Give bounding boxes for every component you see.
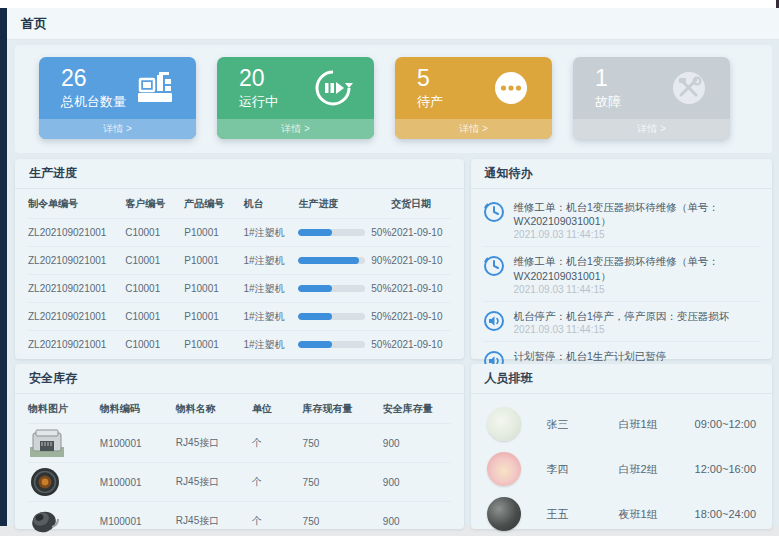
notification-item[interactable]: 维修工单：机台1变压器损坏待维修（单号：WX202109031001） 2021…	[483, 247, 760, 301]
material-code: M100001	[100, 424, 176, 463]
notification-time: 2021.09.03 11:44:15	[514, 324, 730, 335]
progress-percent: 90%	[371, 255, 391, 266]
table-row[interactable]: M100001 RJ45接口 个 750 900	[28, 463, 451, 502]
progress-cell: 50%	[298, 303, 391, 331]
card-detail-link[interactable]: 详情 >	[217, 119, 374, 139]
production-progress-panel: 生产进度 制令单编号 客户编号 产品编号 机台 生产进度	[15, 159, 464, 359]
card-label: 运行中	[239, 93, 278, 111]
table-header-row: 制令单编号 客户编号 产品编号 机台 生产进度 交货日期	[28, 189, 451, 219]
customer-no: C10001	[125, 247, 184, 275]
progress-bar	[298, 285, 365, 292]
stock-safety: 900	[383, 502, 451, 536]
staff-name: 张三	[547, 417, 619, 432]
material-code: M100001	[100, 463, 176, 502]
card-detail-link[interactable]: 详情 >	[573, 119, 730, 139]
table-row[interactable]: ZL202109021001 C10001 P10001 1#注塑机 90% 2…	[28, 247, 451, 275]
card-detail-link[interactable]: 详情 >	[39, 119, 196, 139]
table-row[interactable]: M100001 RJ45接口 个 750 900	[28, 424, 451, 463]
material-name: RJ45接口	[176, 424, 252, 463]
notification-text: 维修工单：机台1变压器损坏待维修（单号：WX202109031001）	[514, 254, 760, 282]
column-header: 库存现有量	[303, 394, 383, 424]
stock-safety: 900	[383, 424, 451, 463]
stock-safety: 900	[383, 463, 451, 502]
material-image-cell	[28, 424, 100, 463]
progress-percent: 50%	[371, 339, 391, 350]
card-body: 20 运行中	[217, 57, 374, 119]
staff-shift: 白班1组	[619, 417, 695, 432]
order-no: ZL202109021001	[28, 331, 125, 359]
material-unit: 个	[252, 502, 303, 536]
stock-current: 750	[303, 502, 383, 536]
schedule-row[interactable]: 李四 白班2组 12:00~16:00	[487, 447, 756, 491]
card-text: 26 总机台数量	[61, 65, 126, 111]
clock-icon	[483, 255, 505, 277]
card-value: 1	[595, 65, 621, 91]
speaker-icon	[483, 310, 505, 332]
card-value: 5	[417, 65, 443, 91]
running-icon	[312, 67, 354, 109]
product-no: P10001	[184, 275, 243, 303]
left-column: 生产进度 制令单编号 客户编号 产品编号 机台 生产进度	[15, 159, 464, 529]
table-row[interactable]: ZL202109021001 C10001 P10001 1#注塑机 50% 2…	[28, 331, 451, 359]
table-row[interactable]: ZL202109021001 C10001 P10001 1#注塑机 50% 2…	[28, 219, 451, 247]
main-area: 26 总机台数量 详情 >	[7, 40, 779, 529]
column-header: 单位	[252, 394, 303, 424]
table-row[interactable]: ZL202109021001 C10001 P10001 1#注塑机 50% 2…	[28, 303, 451, 331]
column-header: 安全库存量	[383, 394, 451, 424]
material-unit: 个	[252, 424, 303, 463]
pending-icon	[490, 67, 532, 109]
material-name: RJ45接口	[176, 463, 252, 502]
notification-item[interactable]: 机台停产：机台1停产，停产原因：变压器损坏 2021.09.03 11:44:1…	[483, 302, 760, 342]
notification-body: 维修工单：机台1变压器损坏待维修（单号：WX202109031001） 2021…	[514, 200, 760, 240]
card-detail-link[interactable]: 详情 >	[395, 119, 552, 139]
panel-title: 生产进度	[15, 159, 464, 189]
schedule-row[interactable]: 王五 夜班1组 18:00~24:00	[487, 492, 756, 536]
table-row[interactable]: ZL202109021001 C10001 P10001 1#注塑机 50% 2…	[28, 275, 451, 303]
order-no: ZL202109021001	[28, 219, 125, 247]
staff-time: 12:00~16:00	[695, 463, 756, 475]
card-value: 26	[61, 65, 126, 91]
tab-home[interactable]: 首页	[21, 15, 47, 33]
panel-title: 人员排班	[471, 364, 772, 394]
page-content: 首页 26 总机台数量	[7, 8, 779, 526]
column-header: 生产进度	[298, 189, 391, 219]
schedule-row[interactable]: 张三 白班1组 09:00~12:00	[487, 402, 756, 446]
avatar	[487, 497, 521, 531]
fault-icon	[668, 67, 710, 109]
notification-list: 维修工单：机台1变压器损坏待维修（单号：WX202109031001） 2021…	[471, 189, 772, 381]
card-body: 1 故障	[573, 57, 730, 119]
staff-shift: 白班2组	[619, 462, 695, 477]
rj45-image	[28, 427, 66, 459]
panel-title: 通知待办	[471, 159, 772, 189]
order-no: ZL202109021001	[28, 303, 125, 331]
card-running[interactable]: 20 运行中 详情 >	[217, 57, 374, 139]
delivery-date: 2021-09-10	[391, 275, 450, 303]
table-row[interactable]: M100001 RJ45接口 个 750 900	[28, 502, 451, 536]
progress-percent: 50%	[371, 227, 391, 238]
card-value: 20	[239, 65, 278, 91]
stock-current: 750	[303, 463, 383, 502]
machine-name: 1#注塑机	[243, 275, 298, 303]
column-header: 客户编号	[125, 189, 184, 219]
card-fault[interactable]: 1 故障 详情 >	[573, 57, 730, 139]
speaker-front-image	[28, 466, 66, 498]
dashboard-grid: 生产进度 制令单编号 客户编号 产品编号 机台 生产进度	[15, 159, 772, 529]
notification-body: 维修工单：机台1变压器损坏待维修（单号：WX202109031001） 2021…	[514, 254, 760, 294]
speaker-side-image	[28, 505, 66, 536]
product-no: P10001	[184, 219, 243, 247]
notification-text: 计划暂停：机台1生产计划已暂停	[514, 349, 667, 363]
card-pending[interactable]: 5 待产 详情 >	[395, 57, 552, 139]
safety-stock-panel: 安全库存 物料图片 物料编码 物料名称 单位 库存现有量	[15, 364, 464, 529]
right-column: 通知待办 维修工单：机台1变压器损坏待维修（单号：WX202109031001）…	[471, 159, 772, 529]
progress-cell: 50%	[298, 219, 391, 247]
column-header: 物料编码	[100, 394, 176, 424]
order-no: ZL202109021001	[28, 247, 125, 275]
card-total-machines[interactable]: 26 总机台数量 详情 >	[39, 57, 196, 139]
clock-icon	[483, 201, 505, 223]
delivery-date: 2021-09-10	[391, 331, 450, 359]
column-header: 物料名称	[176, 394, 252, 424]
machine-name: 1#注塑机	[243, 303, 298, 331]
delivery-date: 2021-09-10	[391, 247, 450, 275]
notification-item[interactable]: 维修工单：机台1变压器损坏待维修（单号：WX202109031001） 2021…	[483, 193, 760, 247]
stock-current: 750	[303, 424, 383, 463]
